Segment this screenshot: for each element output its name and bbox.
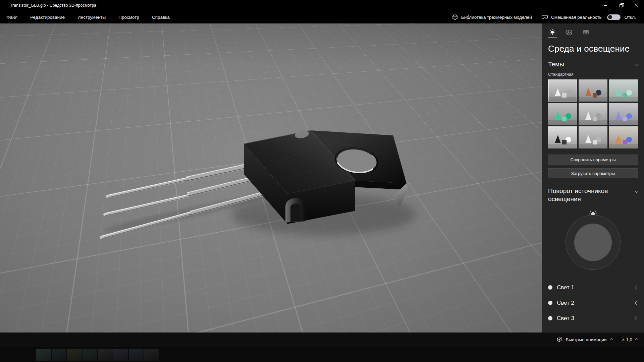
restore-button[interactable] — [613, 0, 629, 11]
cone-shape — [615, 88, 622, 96]
toggle-knob — [608, 15, 612, 19]
cone-shape — [585, 112, 591, 120]
light-2-row[interactable]: Свет 2 — [548, 295, 638, 311]
mixed-reality-label: Смешанная реальность — [551, 15, 602, 20]
viewport-3d[interactable] — [0, 23, 542, 333]
minimize-button[interactable] — [598, 0, 613, 11]
library-button[interactable]: Библиотека трехмерных моделей — [447, 11, 537, 23]
cone-shape — [615, 135, 622, 143]
grid-icon — [583, 29, 589, 36]
cube-3d-icon — [452, 14, 458, 20]
theme-tile-7[interactable] — [548, 126, 577, 148]
tile-floor — [548, 120, 577, 125]
quick-animations-label: Быстрые анимации — [566, 337, 607, 342]
mixed-reality-icon — [541, 15, 548, 19]
light-2-label: Свет 2 — [557, 300, 635, 306]
tab-environment-lighting[interactable] — [548, 29, 557, 38]
light-rotation-header-row[interactable]: Поворот источников освещения — [548, 187, 638, 203]
environment-panel: Среда и освещение Темы Стандартная Сохра… — [542, 23, 644, 333]
animation-cube-icon — [556, 337, 562, 343]
tile-floor — [579, 120, 608, 125]
filmstrip-thumb[interactable] — [98, 349, 113, 361]
close-button[interactable] — [629, 0, 644, 11]
tile-floor — [579, 144, 608, 148]
animation-filmstrip — [0, 347, 644, 362]
library-label: Библиотека трехмерных моделей — [461, 15, 532, 20]
theme-tile-2[interactable] — [579, 79, 608, 102]
menu-item-tools[interactable]: Инструменты — [71, 11, 112, 23]
filmstrip-thumb[interactable] — [52, 349, 66, 361]
transistor-model[interactable] — [0, 23, 542, 333]
chevron-up-icon — [635, 338, 638, 342]
playback-speed-value: × 1,0 — [622, 337, 632, 342]
theme-tile-1[interactable] — [548, 79, 577, 102]
light-bullet-icon — [548, 285, 552, 290]
mixed-reality-state: Откл. — [625, 15, 636, 20]
theme-tile-4[interactable] — [548, 103, 577, 125]
filmstrip-thumb[interactable] — [144, 349, 159, 361]
light-1-row[interactable]: Свет 1 — [548, 280, 638, 295]
tab-background[interactable] — [565, 29, 574, 38]
tile-floor — [609, 97, 638, 102]
cube-shape — [593, 117, 597, 121]
filmstrip-thumb[interactable] — [36, 349, 51, 361]
light-bullet-icon — [548, 316, 552, 320]
chevron-down-icon — [635, 62, 638, 66]
tile-floor — [609, 144, 638, 148]
tab-grid-view[interactable] — [582, 29, 590, 38]
chevron-left-icon — [635, 316, 638, 320]
load-parameters-button[interactable]: Загрузить параметры — [548, 168, 638, 178]
filmstrip-thumb[interactable] — [129, 349, 144, 361]
close-icon — [634, 3, 638, 7]
playback-speed-control[interactable]: × 1,0 — [616, 333, 641, 347]
light-rotation-dial[interactable] — [566, 209, 621, 274]
filmstrip-thumb[interactable] — [67, 349, 82, 361]
themes-group-label: Стандартная — [548, 72, 638, 77]
menubar: Файл Редактирование Инструменты Просмотр… — [0, 11, 644, 23]
light-3-row[interactable]: Свет 3 — [548, 311, 638, 326]
cube-shape — [562, 117, 567, 121]
menu-item-help[interactable]: Справка — [146, 11, 176, 23]
sun-icon — [549, 29, 556, 36]
panel-title: Среда и освещение — [548, 44, 638, 54]
theme-tile-3[interactable] — [609, 79, 638, 102]
themes-header: Темы — [548, 61, 564, 68]
titlebar: Transistor_GLB.glb - Средство 3D-просмот… — [0, 0, 644, 11]
front-notch — [285, 198, 306, 223]
tile-floor — [579, 97, 608, 102]
tile-floor — [548, 144, 577, 148]
chevron-left-icon — [635, 301, 638, 305]
cone-shape — [555, 112, 561, 120]
tile-floor — [609, 120, 638, 125]
theme-tile-9[interactable] — [609, 126, 638, 148]
theme-tiles — [548, 79, 638, 148]
mixed-reality-group: Смешанная реальность Откл. — [537, 11, 644, 23]
leg-top — [106, 163, 249, 198]
menu-item-view[interactable]: Просмотр — [112, 11, 146, 23]
cube-shape — [623, 93, 627, 98]
save-parameters-button[interactable]: Сохранить параметры — [548, 155, 638, 165]
themes-header-row[interactable]: Темы — [548, 61, 638, 68]
cube-shape — [623, 117, 627, 121]
dial-knob[interactable] — [574, 224, 612, 261]
bottombar: Быстрые анимации × 1,0 — [0, 333, 644, 347]
cube-shape — [623, 140, 627, 144]
menu-item-file[interactable]: Файл — [0, 11, 24, 23]
minimize-icon — [604, 5, 607, 6]
menu-item-edit[interactable]: Редактирование — [24, 11, 71, 23]
window-controls — [598, 0, 644, 11]
filmstrip-thumb[interactable] — [83, 349, 97, 361]
tile-floor — [548, 97, 577, 102]
theme-tile-5[interactable] — [579, 103, 608, 125]
quick-animations-button[interactable]: Быстрые анимации — [553, 333, 616, 347]
chevron-left-icon — [635, 286, 638, 289]
cone-shape — [615, 112, 622, 120]
cube-shape — [593, 140, 597, 144]
cone-shape — [585, 88, 591, 96]
theme-tile-8[interactable] — [579, 126, 608, 148]
theme-tile-6[interactable] — [609, 103, 638, 125]
filmstrip-thumb[interactable] — [113, 349, 128, 361]
mixed-reality-toggle[interactable] — [607, 14, 621, 20]
panel-tabs — [548, 29, 638, 39]
lights-list: Свет 1 Свет 2 Свет 3 — [548, 280, 638, 326]
